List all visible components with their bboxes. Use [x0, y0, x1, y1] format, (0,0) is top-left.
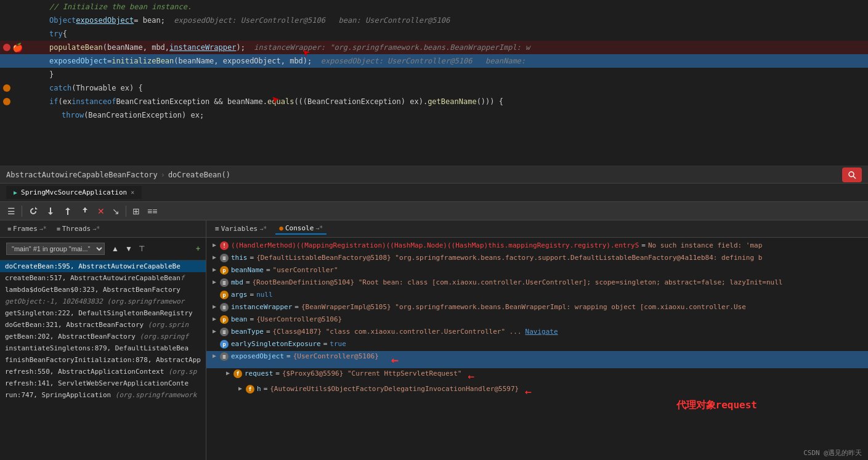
- app-tab-spring[interactable]: ▶ SpringMvcSourceApplication ×: [6, 186, 142, 199]
- code-line-6: }: [0, 68, 868, 81]
- breadcrumb: AbstractAutowireCapableBeanFactory › doC…: [0, 166, 868, 184]
- tab-variables[interactable]: ≡ Variables →*: [211, 224, 270, 234]
- breadcrumb-separator: ›: [161, 171, 165, 179]
- stack-frame-8[interactable]: finishBeanFactoryInitialization:878, Abs…: [0, 354, 206, 366]
- var-row-instancewrapper[interactable]: ▶ ≡ instanceWrapper = {BeanWrapperImpl@5…: [206, 302, 868, 314]
- code-line-8: if (ex instanceof BeanCreationException …: [0, 95, 868, 108]
- code-line-1: // Initialize the bean instance.: [0, 0, 868, 14]
- toolbar-grid[interactable]: ⊞: [130, 205, 142, 217]
- watermark: CSDN @遇见的昨天: [803, 448, 862, 458]
- toolbar-step-over[interactable]: [26, 205, 41, 217]
- navigate-link[interactable]: Navigate: [525, 328, 558, 336]
- tab-frames[interactable]: ≡ Frames →*: [5, 224, 49, 234]
- frame-controls: "main" #1 in group "mai..." ▲ ▼ ⊤ +: [0, 238, 206, 260]
- svg-line-1: [853, 176, 856, 179]
- code-line-7: catch (Throwable ex) {: [0, 81, 868, 95]
- variables-label: Variables: [221, 225, 258, 233]
- debug-arrow-icon: 🍎: [12, 42, 23, 52]
- frames-arrow: →*: [39, 225, 47, 232]
- list-icon-1: ≡: [220, 254, 229, 262]
- tab-console[interactable]: ● Console →*: [275, 223, 327, 235]
- var-row-bean[interactable]: ▶ p bean = {UserController@5106}: [206, 314, 868, 326]
- frame-down-btn[interactable]: ▼: [123, 244, 134, 254]
- list-icon-5: ≡: [220, 352, 229, 361]
- stack-frames-list: doCreateBean:595, AbstractAutowireCapabl…: [0, 260, 206, 460]
- stack-frame-6[interactable]: getBean:202, AbstractBeanFactory (org.sp…: [0, 331, 206, 342]
- tab-threads[interactable]: ≡ Threads →*: [54, 224, 102, 234]
- stack-frame-0[interactable]: doCreateBean:595, AbstractAutowireCapabl…: [0, 260, 206, 272]
- stack-frame-10[interactable]: refresh:141, ServletWebServerApplication…: [0, 377, 206, 389]
- stack-frame-2[interactable]: lambda$doGetBean$0:323, AbstractBeanFact…: [0, 284, 206, 296]
- var-row-error[interactable]: ▶ ! ((HandlerMethod)((MappingRegistratio…: [206, 240, 868, 252]
- p-icon-1: p: [220, 266, 229, 275]
- stack-frame-7[interactable]: instantiateSingletons:879, DefaultListab…: [0, 342, 206, 354]
- var-row-h[interactable]: ▶ f h = {AutowireUtils$ObjectFactoryDele…: [206, 384, 868, 399]
- p-icon-3: p: [220, 315, 229, 324]
- svg-rect-2: [50, 208, 51, 212]
- app-icon: ▶: [14, 189, 17, 196]
- stack-frame-9[interactable]: refresh:550, AbstractApplicationContext …: [0, 366, 206, 377]
- frame-up-btn[interactable]: ▲: [110, 244, 121, 254]
- breakpoint-indicator: [3, 44, 10, 51]
- frames-label: Frames: [13, 225, 38, 233]
- list-icon-3: ≡: [220, 303, 229, 312]
- stack-frame-5[interactable]: doGetBean:321, AbstractBeanFactory (org.…: [0, 319, 206, 331]
- list-icon-4: ≡: [220, 328, 229, 336]
- search-button[interactable]: [842, 167, 862, 182]
- breadcrumb-method: doCreateBean(): [168, 171, 230, 179]
- svg-rect-3: [67, 210, 68, 215]
- error-icon: !: [220, 241, 229, 250]
- var-row-request[interactable]: ▶ f request = {$Proxy63@5596} "Current H…: [206, 368, 868, 384]
- left-panel-tabs: ≡ Frames →* ≡ Threads →*: [0, 220, 206, 238]
- threads-label: Threads: [62, 225, 91, 233]
- stack-frame-11[interactable]: run:747, SpringApplication (org.springfr…: [0, 389, 206, 401]
- stack-frame-4[interactable]: getSingleton:222, DefaultSingletonBeanRe…: [0, 307, 206, 319]
- var-row-early[interactable]: p earlySingletonExposure = true: [206, 339, 868, 351]
- toolbar-stop[interactable]: ✕: [95, 205, 107, 217]
- stack-frame-1[interactable]: createBean:517, AbstractAutowireCapableB…: [0, 272, 206, 284]
- code-line-9: throw (BeanCreationException) ex;: [0, 108, 868, 122]
- arrow-h: ←: [525, 385, 532, 398]
- p-icon-4: p: [220, 340, 229, 349]
- frames-icon: ≡: [7, 225, 11, 232]
- toolbar-list[interactable]: ≡≡: [145, 205, 160, 217]
- app-tab-label: SpringMvcSourceApplication: [21, 188, 127, 196]
- stack-frame-3[interactable]: getObject:-1, 1026483832 (org.springfram…: [0, 296, 206, 307]
- bottom-panel: ≡ Frames →* ≡ Threads →* "main" #1 in gr…: [0, 220, 868, 460]
- toolbar-step-into[interactable]: [43, 205, 58, 217]
- sep-2: [126, 206, 126, 217]
- tab-close[interactable]: ×: [131, 189, 134, 196]
- toolbar-resume[interactable]: [78, 205, 92, 217]
- arrow-to-annotation: ←: [391, 352, 399, 367]
- p-icon-2: p: [220, 291, 229, 299]
- code-editor: // Initialize the bean instance. Object …: [0, 0, 868, 166]
- var-row-mbd[interactable]: ▶ ≡ mbd = {RootBeanDefinition@5104} "Roo…: [206, 277, 868, 289]
- left-panel: ≡ Frames →* ≡ Threads →* "main" #1 in gr…: [0, 220, 206, 460]
- frame-filter-btn[interactable]: ⊤: [137, 244, 147, 254]
- toolbar-step-out[interactable]: [60, 205, 75, 217]
- variables-icon: ≡: [215, 225, 219, 233]
- variables-panel: ▶ ! ((HandlerMethod)((MappingRegistratio…: [206, 238, 868, 460]
- right-panel: ≡ Variables →* ● Console →* ▶ ! ((Handle…: [206, 220, 868, 460]
- chinese-annotation: 代理对象request: [676, 399, 757, 412]
- var-row-exposedobject[interactable]: ▶ ≡ exposedObject = {UserController@5106…: [206, 351, 868, 368]
- var-row-this[interactable]: ▶ ≡ this = {DefaultListableBeanFactory@5…: [206, 252, 868, 265]
- toolbar-menu-btn[interactable]: ☰: [5, 205, 18, 217]
- arrow-request: ←: [468, 369, 474, 382]
- debug-toolbar: ☰ ✕ ↘ ⊞ ≡≡: [0, 202, 868, 220]
- threads-icon: ≡: [57, 225, 60, 232]
- console-label: Console: [285, 224, 314, 232]
- thread-selector[interactable]: "main" #1 in group "mai...": [6, 243, 105, 255]
- var-row-args[interactable]: p args = null: [206, 289, 868, 302]
- list-icon-2: ≡: [220, 278, 229, 287]
- toolbar-run-to-cursor[interactable]: ↘: [110, 205, 122, 217]
- code-line-2: Object exposedObject = bean; exposedObje…: [0, 14, 868, 27]
- frame-add-btn[interactable]: +: [194, 244, 202, 254]
- var-row-beantype[interactable]: ▶ ≡ beanType = {Class@4187} "class com.x…: [206, 326, 868, 339]
- var-row-beanname[interactable]: ▶ p beanName = "userController": [206, 265, 868, 277]
- f-icon-1: f: [233, 369, 242, 378]
- code-line-4: 🍎 populateBean (beanName, mbd, instanceW…: [0, 41, 868, 54]
- breakpoint-2: [3, 84, 10, 92]
- code-comment: // Initialize the bean instance.: [49, 2, 192, 11]
- console-icon: ●: [279, 224, 283, 232]
